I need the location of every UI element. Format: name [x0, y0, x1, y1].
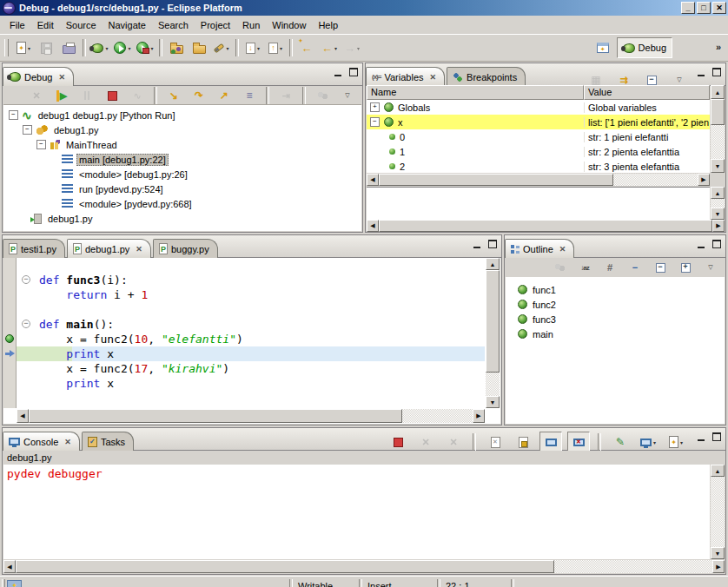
- scroll-left-icon[interactable]: ◀: [367, 174, 379, 186]
- scroll-down-icon[interactable]: ▼: [486, 396, 500, 408]
- minimize-view-button[interactable]: [472, 240, 482, 249]
- remove-all-launches-button[interactable]: ✕: [442, 432, 465, 452]
- editor-hscrollbar[interactable]: ◀ ▶: [17, 409, 485, 423]
- maximize-view-button[interactable]: [487, 240, 498, 249]
- scrollbar-thumb[interactable]: [29, 409, 402, 423]
- close-icon[interactable]: ✕: [136, 245, 142, 254]
- suspend-button[interactable]: [76, 85, 98, 106]
- step-over-button[interactable]: ↷: [188, 85, 210, 106]
- detail-hscrollbar[interactable]: ◀ ▶: [367, 220, 725, 232]
- scroll-right-icon[interactable]: ▶: [473, 409, 485, 423]
- code-line[interactable]: x = func2(10, "elefantti"): [17, 332, 485, 346]
- outline-item-main[interactable]: main: [518, 326, 725, 341]
- tab-variables[interactable]: (x)= Variables ✕: [366, 67, 445, 86]
- close-icon[interactable]: ✕: [430, 73, 437, 82]
- previous-annotation-button[interactable]: ↑▾: [264, 37, 287, 58]
- minimize-button[interactable]: _: [681, 2, 695, 14]
- menu-source[interactable]: Source: [60, 18, 103, 32]
- expander-minus-icon[interactable]: −: [370, 117, 380, 127]
- outline-item-func1[interactable]: func1: [518, 282, 725, 297]
- maximize-view-button[interactable]: [711, 240, 722, 249]
- tree-row[interactable]: −MainThread: [3, 137, 361, 152]
- maximize-button[interactable]: □: [697, 2, 711, 14]
- link-with-editor-button[interactable]: [548, 257, 571, 278]
- outline-item-func3[interactable]: func3: [518, 312, 725, 326]
- remove-launch-button[interactable]: ✕: [414, 432, 437, 452]
- tree-row[interactable]: <module> [debug1.py:26]: [3, 167, 361, 181]
- variables-hscrollbar[interactable]: ◀ ▶: [367, 174, 710, 186]
- close-icon[interactable]: ✕: [64, 438, 71, 446]
- minimize-view-button[interactable]: [696, 240, 706, 249]
- scroll-lock-button[interactable]: [512, 432, 534, 452]
- minimize-view-button[interactable]: [333, 68, 343, 77]
- forward-button[interactable]: →▾: [341, 37, 363, 58]
- new-wizard-dropdown[interactable]: ▾: [28, 45, 30, 51]
- scroll-right-icon[interactable]: ▶: [712, 560, 725, 573]
- open-resource-button[interactable]: [188, 37, 210, 58]
- expander-minus-icon[interactable]: −: [9, 110, 18, 120]
- console-output[interactable]: pydev debugger: [3, 465, 710, 559]
- breakpoint-icon[interactable]: [5, 334, 14, 343]
- view-menu-button[interactable]: ▽: [699, 257, 722, 278]
- detail-vscrollbar[interactable]: ▲ ▼: [711, 187, 725, 220]
- tree-row[interactable]: run [pydevd.py:524]: [3, 181, 361, 196]
- remove-all-terminated-button[interactable]: ✕: [25, 85, 48, 106]
- step-return-button[interactable]: ↗: [213, 85, 235, 106]
- new-console-dropdown[interactable]: ▾: [680, 439, 683, 445]
- code-line[interactable]: main(): [17, 406, 485, 408]
- fold-collapse-icon[interactable]: −: [22, 275, 30, 284]
- variable-row[interactable]: 1str: 2 pienta elefanttia: [367, 144, 710, 159]
- tab-buggy-py[interactable]: P buggy.py: [153, 239, 218, 258]
- terminate-button[interactable]: [387, 432, 409, 452]
- code-line[interactable]: [17, 302, 485, 317]
- console-vscrollbar[interactable]: ▲ ▼: [711, 465, 725, 559]
- next-annotation-dropdown[interactable]: ▾: [257, 45, 260, 51]
- new-console-button[interactable]: ✦▾: [665, 432, 687, 452]
- scrollbar-thumb[interactable]: [711, 99, 725, 125]
- search-dropdown[interactable]: ▾: [226, 45, 228, 51]
- scroll-down-icon[interactable]: ▼: [711, 547, 725, 559]
- minimize-view-button[interactable]: [696, 432, 706, 442]
- open-console-button[interactable]: ✎: [609, 432, 632, 452]
- console-hscrollbar[interactable]: ◀ ▶: [3, 560, 725, 573]
- new-wizard-button[interactable]: ✦▾: [12, 37, 35, 58]
- expand-all-button[interactable]: +: [674, 257, 697, 278]
- scroll-up-icon[interactable]: ▲: [711, 187, 725, 199]
- code-line[interactable]: print x: [17, 346, 485, 361]
- back-dropdown[interactable]: ▾: [334, 45, 337, 51]
- terminate-button[interactable]: [101, 85, 123, 106]
- scrollbar-thumb[interactable]: [486, 270, 500, 373]
- search-button[interactable]: ▾: [210, 37, 233, 58]
- scrollbar-thumb[interactable]: [16, 560, 554, 573]
- print-button[interactable]: [57, 37, 80, 58]
- close-icon[interactable]: ✕: [559, 245, 566, 254]
- perspective-overflow-chevron[interactable]: »: [716, 42, 721, 52]
- last-edit-location-button[interactable]: ←: [295, 37, 318, 58]
- scroll-up-icon[interactable]: ▲: [711, 85, 725, 99]
- debug-launch-button[interactable]: ▾: [89, 37, 111, 58]
- column-value[interactable]: Value: [584, 85, 710, 100]
- menu-help[interactable]: Help: [312, 18, 344, 32]
- variable-row[interactable]: −xlist: ['1 pieni elefantti', '2 pien: [367, 115, 710, 129]
- menu-window[interactable]: Window: [266, 18, 312, 32]
- close-icon[interactable]: ✕: [58, 73, 65, 82]
- scroll-up-icon[interactable]: ▲: [711, 465, 725, 477]
- menu-project[interactable]: Project: [195, 18, 236, 32]
- outline-item-func2[interactable]: func2: [518, 297, 725, 312]
- disconnect-button[interactable]: ∿: [126, 85, 149, 106]
- tab-debug[interactable]: Debug ✕: [3, 67, 74, 86]
- scroll-up-icon[interactable]: ▲: [486, 258, 500, 270]
- open-type-button[interactable]: [165, 37, 188, 58]
- run-launch-dropdown[interactable]: ▾: [128, 45, 130, 51]
- drop-to-frame-button[interactable]: ⇥: [275, 85, 297, 106]
- maximize-view-button[interactable]: [711, 432, 722, 442]
- annotation-ruler[interactable]: [3, 258, 17, 408]
- tab-console[interactable]: Console ✕: [3, 432, 80, 451]
- expander-minus-icon[interactable]: −: [36, 140, 46, 149]
- step-into-button[interactable]: ↘: [162, 85, 185, 106]
- menu-search[interactable]: Search: [152, 18, 195, 32]
- scroll-right-icon[interactable]: ▶: [698, 174, 710, 186]
- show-when-output-changes-button[interactable]: ✕: [567, 432, 590, 452]
- tree-row[interactable]: −∿debug1 debug1.py [Python Run]: [3, 108, 361, 122]
- toolbar-grip[interactable]: [4, 39, 9, 56]
